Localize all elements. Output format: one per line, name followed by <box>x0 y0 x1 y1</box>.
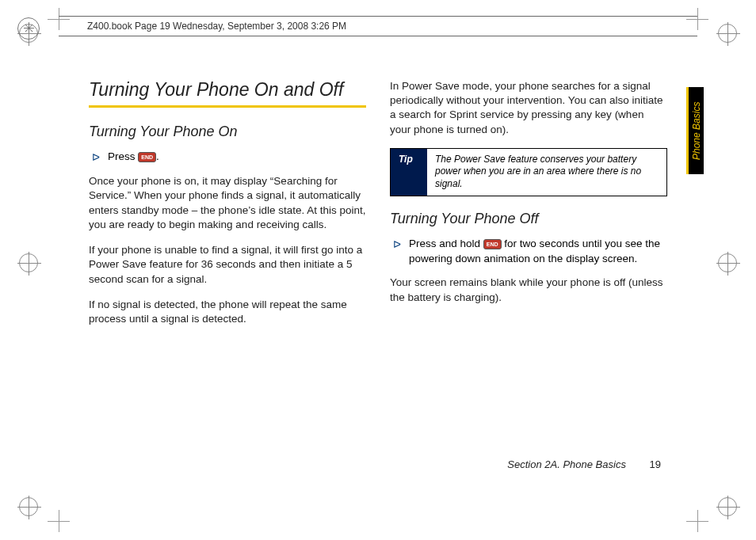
right-column: In Power Save mode, your phone searches … <box>390 79 667 337</box>
step-hold-end: ᐅ Press and hold END for two seconds unt… <box>390 237 667 267</box>
subheading-on: Turning Your Phone On <box>89 124 366 140</box>
page-footer: Section 2A. Phone Basics 19 <box>507 458 661 470</box>
section-label: Section 2A. Phone Basics <box>507 458 626 470</box>
body-paragraph: In Power Save mode, your phone searches … <box>390 79 667 137</box>
step-text: Press END. <box>108 150 159 165</box>
title-underline <box>89 105 366 108</box>
body-paragraph: Your screen remains blank while your pho… <box>390 276 667 304</box>
step-text: Press and hold END for two seconds until… <box>409 237 667 267</box>
step-press-end: ᐅ Press END. <box>89 150 366 165</box>
subheading-off: Turning Your Phone Off <box>390 211 667 227</box>
page-content: Turning Your Phone On and Off Turning Yo… <box>89 79 667 477</box>
page-header: Z400.book Page 19 Wednesday, September 3… <box>59 16 697 36</box>
left-column: Turning Your Phone On and Off Turning Yo… <box>89 79 366 337</box>
section-tab-label: Phone Basics <box>691 101 702 159</box>
end-key-icon: END <box>138 152 156 162</box>
body-paragraph: If no signal is detected, the phone will… <box>89 298 366 326</box>
tip-label: Tip <box>391 149 427 196</box>
crop-mark-icon <box>48 510 70 532</box>
crop-mark-icon <box>686 510 708 532</box>
registration-mark-icon <box>718 24 737 43</box>
end-key-icon: END <box>483 239 502 249</box>
registration-mark-icon <box>19 497 38 516</box>
page-number: 19 <box>650 458 661 470</box>
spiral-icon: ✳ <box>17 17 40 40</box>
registration-mark-icon <box>19 253 38 272</box>
tip-text: The Power Save feature conserves your ba… <box>427 149 666 196</box>
file-info: Z400.book Page 19 Wednesday, September 3… <box>87 21 346 32</box>
step-marker-icon: ᐅ <box>92 150 100 165</box>
body-paragraph: Once your phone is on, it may display “S… <box>89 174 366 232</box>
page-title: Turning Your Phone On and Off <box>89 79 366 101</box>
body-paragraph: If your phone is unable to find a signal… <box>89 243 366 287</box>
registration-mark-icon <box>718 253 737 272</box>
tip-box: Tip The Power Save feature conserves you… <box>390 148 667 196</box>
registration-mark-icon <box>718 497 737 516</box>
section-tab: Phone Basics <box>686 87 704 174</box>
step-marker-icon: ᐅ <box>393 238 401 252</box>
